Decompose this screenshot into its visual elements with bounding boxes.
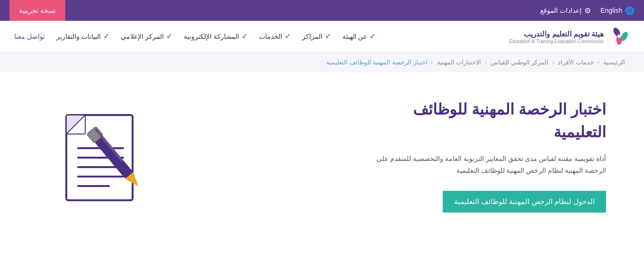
document-pen-illustration — [52, 96, 156, 214]
nav-label-services: الخدمات — [259, 33, 282, 40]
check-icon: ✓ — [325, 32, 331, 41]
nav-item-centers[interactable]: ✓ المراكز — [302, 32, 331, 41]
top-bar-links: 🌐 English ⚙ إعدادات الموقع — [540, 6, 635, 15]
nav-item-eparticipation[interactable]: ✓ المشاركة الإلكترونية — [184, 32, 248, 41]
logo-text: هيئة تقويم التعليم والتدريب Education & … — [509, 29, 604, 44]
nav-label-eparticipation: المشاركة الإلكترونية — [184, 33, 239, 40]
hero-cta-button[interactable]: الدخول لنظام الرخص المهنية للوظائف التعل… — [443, 191, 606, 213]
nav-label-centers: المراكز — [302, 33, 322, 40]
language-switcher[interactable]: 🌐 English — [600, 6, 635, 15]
breadcrumb: الرئيسية › خدمات الأفراد › المركز الوطني… — [0, 52, 644, 72]
bc-sep-2: › — [552, 59, 554, 66]
bc-sep-4: › — [431, 59, 433, 66]
navbar: هيئة تقويم التعليم والتدريب Education & … — [0, 21, 644, 52]
hero-content: اختبار الرخصة المهنية للوظائفالتعليمية أ… — [369, 98, 606, 213]
bc-sep-3: › — [485, 59, 487, 66]
settings-label: إعدادات الموقع — [540, 7, 581, 14]
check-icon: ✓ — [369, 32, 376, 41]
nav-item-contact[interactable]: تواصل معنا — [14, 33, 45, 40]
logo-area: هيئة تقويم التعليم والتدريب Education & … — [509, 26, 630, 47]
check-icon: ✓ — [242, 32, 248, 41]
english-label: English — [600, 7, 622, 14]
bc-individuals[interactable]: خدمات الأفراد — [558, 59, 594, 66]
nav-label-media: المركز الإعلامي — [121, 33, 164, 40]
nav-item-services[interactable]: ✓ الخدمات — [259, 32, 291, 41]
nav-item-about[interactable]: ✓ عن الهيئة — [342, 32, 376, 41]
hero-image — [38, 96, 170, 214]
check-icon: ✓ — [103, 32, 109, 41]
nav-label-data: البيانات والتقارير — [56, 33, 101, 40]
bc-sep-1: › — [598, 59, 599, 66]
trial-button[interactable]: نسخة تجريبية — [9, 0, 65, 21]
bc-home[interactable]: الرئيسية — [603, 59, 625, 66]
globe-icon: 🌐 — [625, 6, 635, 15]
nav-item-data[interactable]: ✓ البيانات والتقارير — [56, 32, 109, 41]
nav-label-contact: تواصل معنا — [14, 33, 45, 40]
site-settings[interactable]: ⚙ إعدادات الموقع — [540, 6, 591, 15]
nav-item-media[interactable]: ✓ المركز الإعلامي — [121, 32, 172, 41]
bc-professional-tests[interactable]: الاختبارات المهنية — [437, 59, 482, 66]
nav-links: ✓ عن الهيئة ✓ المراكز ✓ الخدمات ✓ المشار… — [14, 32, 376, 41]
logo-icon — [608, 26, 630, 47]
bc-current: اختبار الرخصة المهنية للوظائف التعليمية — [326, 59, 427, 66]
nav-label-about: عن الهيئة — [342, 33, 367, 40]
check-icon: ✓ — [285, 32, 291, 41]
logo-en: Education & Training Evaluation Commissi… — [509, 39, 604, 44]
top-bar: 🌐 English ⚙ إعدادات الموقع نسخة تجريبية — [0, 0, 644, 21]
logo-ar: هيئة تقويم التعليم والتدريب — [509, 29, 604, 39]
gear-icon: ⚙ — [584, 6, 591, 15]
hero-description: أداة تقويمية مقننة لقياس مدى تحقق المعاي… — [369, 153, 606, 177]
bc-national-center[interactable]: المركز الوطني للقياس — [491, 59, 548, 66]
hero-title: اختبار الرخصة المهنية للوظائفالتعليمية — [369, 98, 606, 143]
hero-section: اختبار الرخصة المهنية للوظائفالتعليمية أ… — [0, 72, 644, 238]
svg-point-3 — [617, 35, 621, 38]
check-icon: ✓ — [166, 32, 172, 41]
